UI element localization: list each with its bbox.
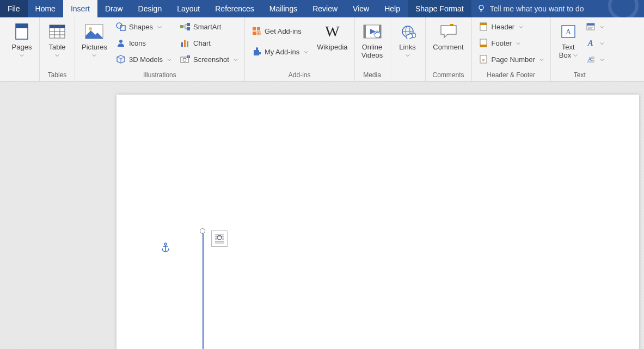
layout-options-button[interactable] [211,230,228,247]
smartart-button[interactable]: SmartArt [177,20,241,34]
chevron-down-icon [234,55,238,64]
chart-button[interactable]: Chart [177,36,241,50]
svg-rect-44 [480,23,487,25]
icons-icon [116,38,126,48]
icons-label: Icons [129,39,146,47]
page-number-button[interactable]: # Page Number [475,52,547,66]
tab-layout[interactable]: Layout [169,0,207,17]
svg-point-12 [89,27,92,30]
chevron-down-icon [519,23,523,31]
svg-rect-52 [587,23,594,26]
svg-text:A: A [566,28,572,36]
chevron-down-icon [55,53,59,58]
anchor-icon [161,242,170,254]
svg-point-15 [119,40,122,43]
group-comments: Comment Comments [426,17,472,81]
wordart-button[interactable]: A [585,36,605,50]
chart-icon [180,38,190,48]
group-media-label: Media [358,70,387,81]
text-box-button[interactable]: A Text Box [554,20,582,60]
wikipedia-icon: W [322,22,342,41]
chevron-down-icon [539,55,544,64]
pages-label: Pages [12,43,32,51]
chevron-down-icon [573,53,578,58]
icons-button[interactable]: Icons [113,36,175,50]
smartart-icon [180,22,190,32]
comment-icon [439,22,458,41]
tab-file[interactable]: File [0,0,28,17]
ribbon-tabs: File Home Insert Draw Design Layout Refe… [0,0,644,17]
get-addins-label: Get Add-ins [265,27,302,35]
pages-button[interactable]: Pages [8,20,36,60]
3d-models-button[interactable]: 3D Models [113,52,175,66]
text-box-label: Text Box [559,43,575,59]
pictures-button[interactable]: Pictures [78,20,111,60]
group-illustrations: Pictures Shapes Icons 3D Models [75,17,245,81]
quick-parts-button[interactable] [585,20,605,34]
tab-references[interactable]: References [207,0,262,17]
group-pages-label [8,70,36,81]
pictures-label: Pictures [82,43,107,51]
tab-draw[interactable]: Draw [97,0,131,17]
screenshot-icon: + [180,54,190,64]
links-label: Links [399,43,415,51]
footer-label: Footer [492,39,512,47]
text-box-icon: A [559,22,578,41]
svg-rect-4 [16,24,28,28]
addins-icon [252,47,261,57]
group-tables: Table Tables [40,17,75,81]
tab-mailings[interactable]: Mailings [262,0,305,17]
document-page[interactable] [116,95,639,349]
comment-button[interactable]: Comment [429,20,468,52]
link-icon [398,22,418,41]
tab-review[interactable]: Review [305,0,345,17]
chart-label: Chart [193,39,211,47]
chevron-down-icon [516,39,520,47]
tab-view[interactable]: View [345,0,377,17]
page-number-icon: # [479,54,488,64]
group-addins: Get Add-ins My Add-ins W Wikipedia Add-i… [245,17,355,81]
shapes-button[interactable]: Shapes [113,20,175,34]
tab-design[interactable]: Design [131,0,170,17]
group-text: A Text Box A A Text [551,17,609,81]
quick-parts-icon [586,22,596,32]
table-icon [47,22,67,41]
svg-rect-16 [180,25,183,28]
links-button[interactable]: Links [394,20,422,60]
group-text-label: Text [554,70,605,81]
svg-rect-40 [406,33,413,39]
chevron-down-icon [600,55,604,64]
footer-button[interactable]: Footer [475,36,547,50]
chevron-down-icon [167,55,171,64]
resize-handle-top[interactable] [200,228,205,234]
svg-point-0 [479,5,483,9]
wikipedia-button[interactable]: W Wikipedia [314,20,351,52]
get-addins-button[interactable]: Get Add-ins [248,24,311,38]
group-addins-label: Add-ins [248,70,351,81]
group-links: Links [390,17,426,81]
table-label: Table [48,43,65,51]
chevron-down-icon [600,39,604,47]
svg-rect-19 [181,42,183,47]
group-tables-label: Tables [43,70,71,81]
online-videos-button[interactable]: Online Videos [358,20,387,60]
shapes-icon [116,22,126,32]
tab-shape-format[interactable]: Shape Format [408,0,471,17]
tab-help[interactable]: Help [377,0,408,17]
tab-home[interactable]: Home [28,0,63,17]
group-header-footer: Header Footer # Page Number Header & Foo… [472,17,551,81]
shapes-label: Shapes [129,23,153,31]
svg-point-60 [164,243,167,245]
table-button[interactable]: Table [43,20,71,60]
document-area[interactable] [0,82,644,349]
3d-models-label: 3D Models [129,55,163,64]
screenshot-button[interactable]: + Screenshot [177,52,241,66]
chevron-down-icon [92,53,96,58]
selected-line-shape[interactable] [203,231,204,349]
drop-cap-button[interactable]: A [585,52,605,66]
group-pages: Pages [4,17,40,81]
my-addins-button[interactable]: My Add-ins [248,45,311,59]
svg-rect-21 [187,41,188,47]
header-button[interactable]: Header [475,20,547,34]
tab-insert[interactable]: Insert [63,0,97,17]
